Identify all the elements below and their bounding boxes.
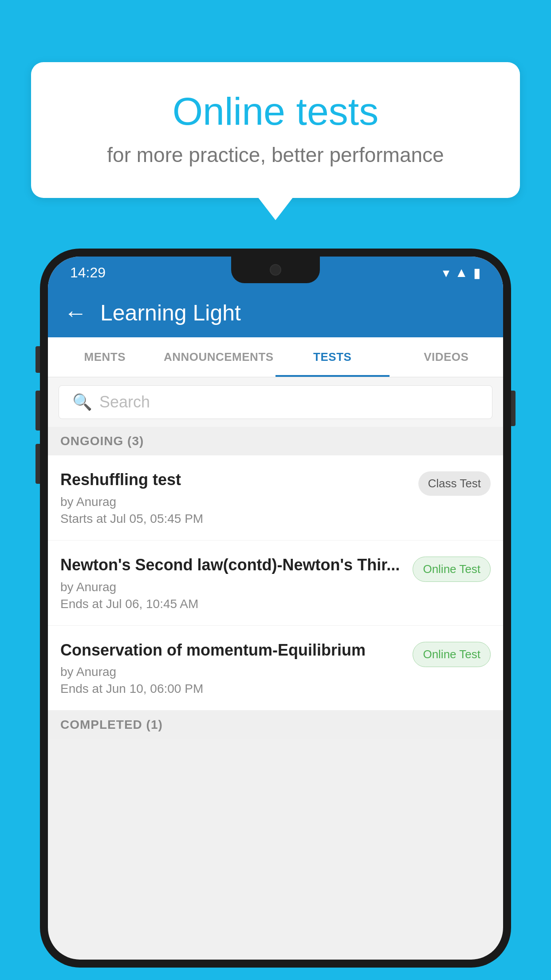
phone-screen: 14:29 ▾ ▲ ▮ ← Learning Light MENTS ANNOU… [48,257,503,960]
completed-section-header: COMPLETED (1) [48,711,503,739]
test-name-3: Conservation of momentum-Equilibrium [60,640,404,661]
phone-camera [270,264,281,276]
test-item-2[interactable]: Newton's Second law(contd)-Newton's Thir… [48,541,503,626]
test-author-3: by Anurag [60,665,404,679]
test-badge-3: Online Test [413,642,491,667]
tab-tests[interactable]: TESTS [276,337,390,377]
ongoing-label: ONGOING (3) [60,434,144,448]
tab-ments[interactable]: MENTS [48,337,162,377]
test-item-1[interactable]: Reshuffling test by Anurag Starts at Jul… [48,455,503,541]
wifi-icon: ▾ [443,265,449,281]
app-title: Learning Light [100,300,241,326]
phone-volume-down-button [35,444,40,484]
search-bar[interactable]: 🔍 Search [59,385,492,419]
test-time-2: Ends at Jul 06, 10:45 AM [60,597,404,611]
ongoing-section-header: ONGOING (3) [48,427,503,455]
phone-volume-up-button [35,391,40,431]
phone-notch [231,257,320,283]
app-header: ← Learning Light [48,288,503,337]
signal-icon: ▲ [455,265,468,280]
speech-bubble-container: Online tests for more practice, better p… [31,62,520,198]
tab-videos[interactable]: VIDEOS [390,337,504,377]
test-badge-1: Class Test [418,471,491,496]
test-author-1: by Anurag [60,495,409,509]
back-button[interactable]: ← [64,300,87,326]
status-time: 14:29 [70,265,106,281]
bubble-title: Online tests [67,89,484,134]
search-icon: 🔍 [72,393,92,411]
phone-outer: 14:29 ▾ ▲ ▮ ← Learning Light MENTS ANNOU… [40,249,511,968]
test-badge-2: Online Test [413,557,491,582]
phone-mute-button [35,346,40,373]
bubble-subtitle: for more practice, better performance [67,143,484,167]
completed-label: COMPLETED (1) [60,718,163,731]
tab-announcements[interactable]: ANNOUNCEMENTS [162,337,276,377]
search-placeholder: Search [99,393,150,411]
test-time-3: Ends at Jun 10, 06:00 PM [60,682,404,696]
status-icons: ▾ ▲ ▮ [443,265,481,281]
test-info-1: Reshuffling test by Anurag Starts at Jul… [60,470,418,526]
test-time-1: Starts at Jul 05, 05:45 PM [60,512,409,526]
test-author-2: by Anurag [60,580,404,594]
battery-icon: ▮ [473,265,481,281]
test-list: Reshuffling test by Anurag Starts at Jul… [48,455,503,711]
test-info-3: Conservation of momentum-Equilibrium by … [60,640,413,696]
test-name-1: Reshuffling test [60,470,409,490]
phone-power-button [511,391,516,426]
test-name-2: Newton's Second law(contd)-Newton's Thir… [60,555,404,576]
phone-wrapper: 14:29 ▾ ▲ ▮ ← Learning Light MENTS ANNOU… [40,249,511,980]
test-item-3[interactable]: Conservation of momentum-Equilibrium by … [48,626,503,711]
tabs-bar: MENTS ANNOUNCEMENTS TESTS VIDEOS [48,337,503,377]
test-info-2: Newton's Second law(contd)-Newton's Thir… [60,555,413,611]
search-container: 🔍 Search [48,377,503,427]
speech-bubble: Online tests for more practice, better p… [31,62,520,198]
